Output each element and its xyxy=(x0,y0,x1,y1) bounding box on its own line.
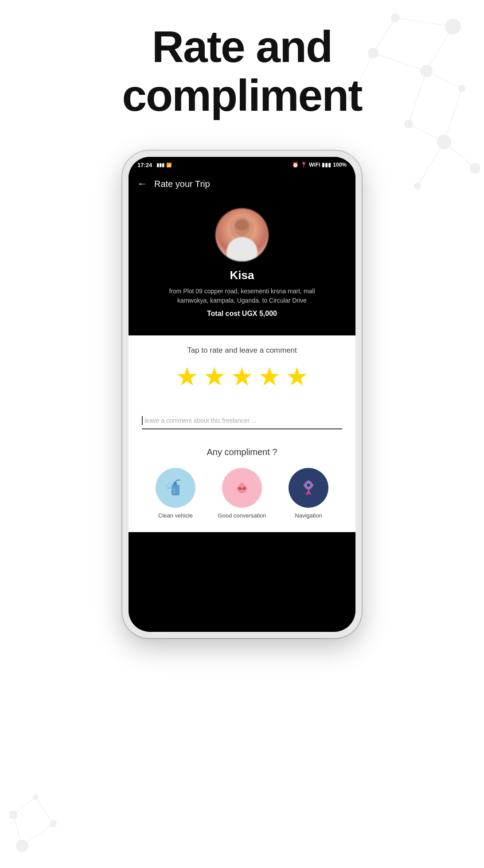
svg-line-19 xyxy=(418,142,444,186)
clean-vehicle-icon xyxy=(156,468,195,508)
comment-section: leave a comment about this freelancer ..… xyxy=(129,413,355,438)
compliments-row: Clean vehicle xyxy=(137,468,347,519)
rating-section: Tap to rate and leave a comment ★ ★ ★ ★ … xyxy=(129,335,355,413)
data-icon: 📶 xyxy=(166,163,172,167)
svg-point-38 xyxy=(169,483,171,485)
driver-avatar-face xyxy=(215,208,269,261)
svg-point-1 xyxy=(391,13,400,22)
star-2[interactable]: ★ xyxy=(203,364,226,389)
header-title-line2: compliment xyxy=(0,71,484,120)
svg-rect-39 xyxy=(173,488,175,494)
bg-bottom-nodes-graphic xyxy=(0,735,133,868)
app-bar: ← Rate your Trip xyxy=(129,173,355,195)
good-conversation-svg xyxy=(230,476,254,500)
compliments-title: Any compliment ? xyxy=(137,447,347,457)
svg-point-37 xyxy=(166,484,168,487)
signal-icon: ▮▮▮ xyxy=(156,162,164,168)
header-section: Rate and compliment xyxy=(0,22,484,120)
svg-point-5 xyxy=(404,120,413,128)
compliments-section: Any compliment ? xyxy=(129,438,355,532)
clean-vehicle-label: Clean vehicle xyxy=(158,512,193,519)
svg-line-28 xyxy=(13,797,35,815)
svg-point-42 xyxy=(243,487,246,490)
app-bar-title: Rate your Trip xyxy=(154,179,210,189)
battery-label: 100% xyxy=(333,162,347,168)
svg-point-6 xyxy=(437,135,451,149)
phone-outer: 17:24 ▮▮▮ 📶 ⏰ 📍 WiFi ▮▮▮ 100% ← Rate you… xyxy=(122,151,362,638)
svg-point-24 xyxy=(33,794,38,800)
good-conversation-icon xyxy=(222,468,262,508)
svg-point-41 xyxy=(238,487,241,490)
svg-line-17 xyxy=(409,124,444,142)
status-bar: 17:24 ▮▮▮ 📶 ⏰ 📍 WiFi ▮▮▮ 100% xyxy=(129,157,355,173)
navigation-icon xyxy=(289,468,328,508)
rating-prompt: Tap to rate and leave a comment xyxy=(142,346,342,355)
status-left: 17:24 ▮▮▮ 📶 xyxy=(137,162,172,168)
star-3[interactable]: ★ xyxy=(230,364,254,389)
svg-point-23 xyxy=(9,810,18,819)
phone-inner: 17:24 ▮▮▮ 📶 ⏰ 📍 WiFi ▮▮▮ 100% ← Rate you… xyxy=(129,157,355,632)
star-5[interactable]: ★ xyxy=(285,364,308,389)
svg-line-27 xyxy=(35,797,53,824)
driver-avatar xyxy=(215,208,269,261)
header-title-line1: Rate and xyxy=(0,22,484,71)
svg-line-26 xyxy=(13,815,22,846)
phone-mockup: 17:24 ▮▮▮ 📶 ⏰ 📍 WiFi ▮▮▮ 100% ← Rate you… xyxy=(122,151,362,842)
status-right: ⏰ 📍 WiFi ▮▮▮ 100% xyxy=(292,162,347,168)
driver-name: Kisa xyxy=(230,269,254,282)
navigation-label: Navigation xyxy=(295,512,322,519)
compliment-clean-vehicle[interactable]: Clean vehicle xyxy=(149,468,202,519)
alarm-icon: ⏰ xyxy=(292,162,299,168)
status-time: 17:24 xyxy=(137,162,152,168)
driver-face-svg xyxy=(215,208,269,261)
comment-input-wrapper[interactable]: leave a comment about this freelancer ..… xyxy=(142,413,342,429)
signal-bars: ▮▮▮ xyxy=(322,162,331,168)
svg-rect-35 xyxy=(173,482,177,486)
svg-point-9 xyxy=(414,183,421,190)
stars-row[interactable]: ★ ★ ★ ★ ★ xyxy=(142,364,342,389)
comment-placeholder: leave a comment about this freelancer ..… xyxy=(144,417,257,424)
svg-point-22 xyxy=(50,820,57,827)
driver-cost: Total cost UGX 5,000 xyxy=(207,310,277,318)
svg-point-8 xyxy=(470,163,480,174)
wifi-icon: WiFi xyxy=(309,162,320,168)
svg-point-31 xyxy=(235,220,249,230)
star-4[interactable]: ★ xyxy=(258,364,281,389)
back-button[interactable]: ← xyxy=(137,178,147,190)
svg-rect-33 xyxy=(235,239,249,257)
svg-line-18 xyxy=(444,142,475,168)
clean-vehicle-svg xyxy=(164,476,187,500)
driver-route: from Plot 09 copper road, kesementi krsn… xyxy=(158,287,326,305)
text-cursor xyxy=(142,416,143,425)
svg-line-25 xyxy=(22,824,53,846)
compliment-good-conversation[interactable]: Good conversation xyxy=(215,468,269,519)
driver-section: Kisa from Plot 09 copper road, kesementi… xyxy=(129,195,355,335)
navigation-svg xyxy=(297,476,320,500)
svg-rect-34 xyxy=(172,485,180,495)
compliment-navigation[interactable]: Navigation xyxy=(282,468,335,519)
svg-point-21 xyxy=(16,840,28,852)
location-icon: 📍 xyxy=(301,162,307,168)
star-1[interactable]: ★ xyxy=(176,364,199,389)
svg-point-36 xyxy=(167,487,171,490)
good-conversation-label: Good conversation xyxy=(218,512,266,519)
